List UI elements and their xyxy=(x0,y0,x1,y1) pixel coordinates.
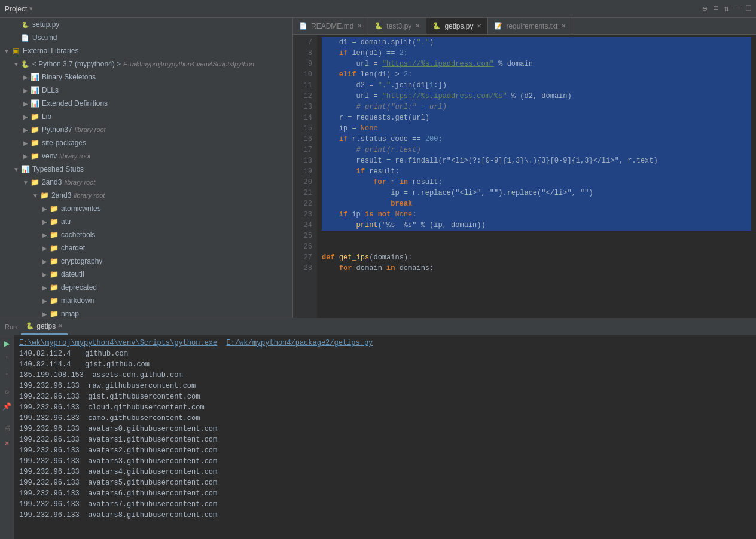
arrow-right-icon: ▶ xyxy=(41,258,49,265)
project-title[interactable]: Project xyxy=(5,5,27,13)
top-bar: Project ▾ ⊕ ≡ ⇅ − □ xyxy=(0,0,756,18)
code-line-23: if ip is not None: xyxy=(322,209,751,220)
sort-icon[interactable]: ⇅ xyxy=(724,4,729,14)
run-tab-getips[interactable]: 🐍 getips ✕ xyxy=(21,318,68,335)
tab-requirements-close[interactable]: ✕ xyxy=(561,23,566,29)
add-icon[interactable]: ⊕ xyxy=(702,4,707,14)
tab-readme-icon: 📄 xyxy=(299,22,307,30)
sidebar-item-cachetools[interactable]: ▶ 📁 cachetools xyxy=(0,228,292,241)
tab-test3-close[interactable]: ✕ xyxy=(415,23,420,29)
run-output[interactable]: E:\wk\myproj\mypython4\venv\Scripts\pyth… xyxy=(14,335,756,539)
tab-readme[interactable]: 📄 README.md ✕ xyxy=(293,18,368,34)
code-line-8: if len(d1) == 2: xyxy=(322,48,751,59)
folder-icon: 📁 xyxy=(49,243,59,253)
sidebar-item-nmap[interactable]: ▶ 📁 nmap xyxy=(0,307,292,318)
run-down-button[interactable]: ↓ xyxy=(1,366,13,378)
run-settings-button[interactable]: ⚙ xyxy=(1,386,13,398)
project-dropdown-arrow[interactable]: ▾ xyxy=(29,5,33,13)
sidebar-item-deprecated[interactable]: ▶ 📁 deprecated xyxy=(0,281,292,294)
sidebar-item-label: 2and3 xyxy=(42,178,62,186)
sidebar-item-python37-root[interactable]: ▶ 📁 Python37 library root xyxy=(0,123,292,136)
tab-test3[interactable]: 🐍 test3.py ✕ xyxy=(368,18,426,34)
code-line-14: r = requests.get(url) xyxy=(322,112,751,123)
sidebar-item-attr[interactable]: ▶ 📁 attr xyxy=(0,215,292,228)
sidebar-item-python37[interactable]: ▼ 🐍 < Python 3.7 (mypython4) > E:\wk\myp… xyxy=(0,57,292,71)
sidebar-item-label: setup.py xyxy=(32,20,59,29)
sidebar-item-setup-py[interactable]: 🐍 setup.py xyxy=(0,18,292,31)
file-tree: 🐍 setup.py 📄 Use.md ▼ ▣ External Librari… xyxy=(0,18,293,318)
code-line-25 xyxy=(322,231,751,241)
arrow-right-icon: ▶ xyxy=(22,114,30,120)
output-line-13: 199.232.96.133 avatars5.githubuserconten… xyxy=(19,477,751,488)
run-tab-icon: 🐍 xyxy=(26,322,34,330)
sidebar-item-extended-definitions[interactable]: ▶ 📊 Extended Definitions xyxy=(0,97,292,110)
sidebar-item-chardet[interactable]: ▶ 📁 chardet xyxy=(0,241,292,255)
tab-getips-close[interactable]: ✕ xyxy=(477,23,481,29)
run-python-path[interactable]: E:\wk\myproj\mypython4\venv\Scripts\pyth… xyxy=(19,338,217,348)
tab-requirements-label: requirements.txt xyxy=(506,22,557,30)
output-line-4: 199.232.96.133 raw.githubusercontent.com xyxy=(19,381,751,391)
arrow-right-icon: ▶ xyxy=(22,100,30,107)
sidebar-item-site-packages[interactable]: ▶ 📁 site-packages xyxy=(0,136,292,149)
run-print-button[interactable]: 🖨 xyxy=(1,422,13,434)
external-libs-icon: ▣ xyxy=(11,46,20,56)
run-tab-close[interactable]: ✕ xyxy=(58,323,63,329)
arrow-down-icon: ▼ xyxy=(12,166,20,173)
arrow-right-icon: ▶ xyxy=(41,284,49,291)
run-up-button[interactable]: ↑ xyxy=(1,352,13,364)
arrow-right-icon: ▶ xyxy=(41,206,49,212)
sidebar-item-use-md[interactable]: 📄 Use.md xyxy=(0,31,292,44)
folder-db-icon: 📊 xyxy=(20,164,30,174)
code-line-26 xyxy=(322,241,751,252)
sidebar-item-suffix: library root xyxy=(59,152,90,160)
sidebar-item-2and3-b[interactable]: ▼ 📁 2and3 library root xyxy=(0,189,292,202)
tab-getips[interactable]: 🐍 getips.py ✕ xyxy=(426,18,488,34)
output-line-2: 140.82.114.4 gist.github.com xyxy=(19,359,751,370)
sidebar-item-lib[interactable]: ▶ 📁 Lib xyxy=(0,110,292,123)
run-play-button[interactable]: ▶ xyxy=(1,338,13,350)
sidebar-item-label: Binary Skeletons xyxy=(42,73,96,81)
sidebar-item-venv[interactable]: ▶ 📁 venv library root xyxy=(0,149,292,163)
sidebar-item-label: Extended Definitions xyxy=(42,99,108,108)
code-line-20: for r in result: xyxy=(322,177,751,188)
arrow-down-icon: ▼ xyxy=(22,179,30,186)
code-editor: 7 8 9 10 11 12 13 14 15 16 17 18 19 20 2… xyxy=(293,35,756,318)
run-script-path[interactable]: E:/wk/mypython4/package2/getips.py xyxy=(226,338,373,348)
maximize-icon[interactable]: □ xyxy=(746,4,751,14)
run-pin-button[interactable]: 📌 xyxy=(1,400,13,412)
code-line-7: d1 = domain.split(".") xyxy=(322,37,751,48)
sidebar-item-external-libraries[interactable]: ▼ ▣ External Libraries xyxy=(0,44,292,57)
menu-icon[interactable]: ≡ xyxy=(713,4,718,14)
arrow-right-icon: ▶ xyxy=(22,153,30,160)
sidebar-item-label: 2and3 xyxy=(51,191,71,200)
sidebar-item-cryptography[interactable]: ▶ 📁 cryptography xyxy=(0,255,292,268)
output-line-7: 199.232.96.133 camo.githubusercontent.co… xyxy=(19,413,751,424)
output-line-9: 199.232.96.133 avatars1.githubuserconten… xyxy=(19,434,751,445)
code-lines[interactable]: d1 = domain.split(".") if len(d1) == 2: … xyxy=(317,35,756,318)
sidebar-item-label: Use.md xyxy=(32,33,57,42)
folder-icon: 📁 xyxy=(30,138,39,148)
sidebar-item-atomicwrites[interactable]: ▶ 📁 atomicwrites xyxy=(0,202,292,215)
output-line-12: 199.232.96.133 avatars4.githubuserconten… xyxy=(19,467,751,477)
sidebar-item-label: cachetools xyxy=(61,231,95,239)
code-line-16: if r.status_code == 200: xyxy=(322,134,751,145)
sidebar-item-2and3-a[interactable]: ▼ 📁 2and3 library root xyxy=(0,176,292,189)
run-path-separator xyxy=(220,338,224,348)
sidebar-item-markdown[interactable]: ▶ 📁 markdown xyxy=(0,294,292,307)
code-line-18: result = re.findall(r"<li>(?:[0-9]{1,3}\… xyxy=(322,155,751,166)
sidebar-item-binary-skeletons[interactable]: ▶ 📊 Binary Skeletons xyxy=(0,71,292,84)
run-command-line: E:\wk\myproj\mypython4\venv\Scripts\pyth… xyxy=(19,338,751,348)
sidebar-item-dlls[interactable]: ▶ 📊 DLLs xyxy=(0,84,292,97)
sidebar-item-label: atomicwrites xyxy=(61,204,101,213)
file-py-icon: 🐍 xyxy=(20,20,30,29)
sidebar-item-typeshed-stubs[interactable]: ▼ 📊 Typeshed Stubs xyxy=(0,163,292,176)
folder-icon: 📁 xyxy=(49,270,59,279)
sidebar-item-label: venv xyxy=(42,152,57,160)
python-icon: 🐍 xyxy=(20,59,30,69)
code-line-11: d2 = ".".join(d1[1:]) xyxy=(322,80,751,91)
sidebar-item-dateutil[interactable]: ▶ 📁 dateutil xyxy=(0,268,292,281)
run-clear-button[interactable]: ✕ xyxy=(1,437,13,449)
tab-readme-close[interactable]: ✕ xyxy=(357,23,362,29)
minimize-icon[interactable]: − xyxy=(735,4,740,14)
tab-requirements[interactable]: 📝 requirements.txt ✕ xyxy=(488,18,572,34)
